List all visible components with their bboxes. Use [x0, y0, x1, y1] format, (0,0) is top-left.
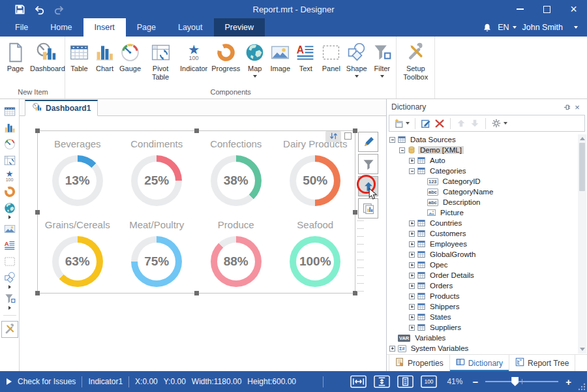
tree-node-categoryname[interactable]: abcCategoryName — [387, 187, 587, 197]
undo-icon[interactable] — [34, 4, 45, 15]
panel-close-icon[interactable]: × — [572, 102, 582, 112]
resize-handle[interactable] — [353, 210, 357, 215]
resize-handle[interactable] — [35, 291, 40, 295]
scroll-thumb[interactable] — [579, 143, 585, 191]
tool-gauge-button[interactable] — [3, 138, 16, 151]
fit-page-height-icon[interactable] — [374, 375, 390, 388]
expand-toggle[interactable] — [409, 158, 415, 164]
mini-filter-solid-button[interactable] — [358, 154, 378, 174]
sort-control[interactable] — [325, 131, 341, 142]
ribbon-item-progress[interactable]: Progress — [209, 38, 242, 73]
ribbon-item-map[interactable]: Map — [242, 38, 267, 78]
indicator-condiments[interactable]: Condiments25% — [117, 131, 197, 212]
menu-tab-insert[interactable]: Insert — [83, 18, 126, 37]
user-menu[interactable]: John Smith — [522, 23, 578, 32]
ribbon-item-setup-toolbox[interactable]: Setup Toolbox — [398, 38, 433, 81]
resize-grip-icon[interactable] — [578, 383, 586, 391]
collapse-toggle[interactable] — [389, 137, 395, 143]
tree-scrollbar[interactable] — [578, 134, 586, 354]
fit-page-width-icon[interactable] — [350, 375, 367, 388]
menu-tab-preview[interactable]: Preview — [214, 18, 265, 37]
slider-thumb[interactable] — [511, 377, 519, 386]
indicator-produce[interactable]: Produce88% — [196, 212, 276, 293]
tool-text-button[interactable]: A — [3, 239, 16, 252]
expand-toggle[interactable] — [389, 346, 395, 352]
run-check-icon[interactable] — [7, 378, 12, 385]
ribbon-item-image[interactable]: Image — [267, 38, 293, 73]
close-button[interactable]: × — [560, 0, 587, 18]
tree-node-shippers[interactable]: Shippers — [387, 301, 587, 312]
indicator-confections[interactable]: Confections38% — [196, 131, 276, 212]
tool-pivot-table-button[interactable] — [3, 154, 16, 167]
ribbon-item-pivot-table[interactable]: Pivot Table — [143, 38, 178, 81]
tab-properties[interactable]: Properties — [389, 355, 450, 371]
zoom-in-button[interactable]: + — [565, 376, 571, 387]
tree-node-suppliers[interactable]: Suppliers — [387, 322, 587, 333]
ribbon-item-dashboard[interactable]: Dashboard — [28, 38, 63, 73]
tool-progress-button[interactable] — [3, 185, 16, 198]
tree-node-data-sources[interactable]: Data Sources — [387, 134, 587, 145]
ribbon-item-indicator[interactable]: ★100Indicator — [178, 38, 209, 73]
indicator-grains-cereals[interactable]: Grains/Cereals63% — [38, 212, 117, 293]
pin-icon[interactable] — [562, 104, 572, 111]
tree-node-globalgrowth[interactable]: GlobalGrowth — [387, 249, 587, 260]
tool-indicator-button[interactable]: ★100 — [6, 170, 14, 182]
zoom-out-button[interactable]: − — [472, 376, 478, 387]
tab-dictionary[interactable]: Dictionary — [450, 355, 509, 371]
tab-dashboard1[interactable]: Dashboard1 — [25, 100, 98, 116]
tree-node-products[interactable]: Products — [387, 291, 587, 301]
dashboard-page[interactable]: Beverages13%Condiments25%Confections38%D… — [37, 130, 355, 294]
tool-chart-button[interactable] — [3, 121, 16, 134]
tool-filter-button[interactable] — [3, 292, 16, 310]
resize-handle[interactable] — [35, 210, 40, 215]
tab-report-tree[interactable]: Report Tree — [509, 355, 575, 371]
expand-toggle[interactable] — [409, 325, 415, 331]
indicator-meat-poultry[interactable]: Meat/Poultry75% — [117, 212, 197, 293]
tool-panel-button[interactable] — [3, 255, 16, 268]
tree-node-opec[interactable]: Opec — [387, 260, 587, 270]
ribbon-item-table[interactable]: Table — [67, 38, 92, 73]
tool-setup-toolbox-button[interactable] — [1, 321, 18, 338]
mini-edit-pencil-button[interactable] — [358, 132, 378, 152]
expand-toggle[interactable] — [409, 262, 415, 268]
ribbon-item-filter[interactable]: Filter — [369, 38, 395, 78]
language-selector[interactable]: EN — [498, 23, 516, 32]
tree-node-demo-xml[interactable]: Demo [XML] — [387, 145, 587, 155]
indicator-dairy-products[interactable]: Dairy Products50% — [276, 131, 355, 212]
expand-toggle[interactable] — [409, 304, 415, 310]
ribbon-item-chart[interactable]: Chart — [92, 38, 117, 73]
redo-icon[interactable] — [53, 4, 65, 15]
ribbon-item-gauge[interactable]: Gauge — [117, 38, 143, 73]
tool-shape-button[interactable] — [3, 271, 16, 289]
tree-node-states[interactable]: States — [387, 312, 587, 322]
menu-tab-page[interactable]: Page — [126, 18, 167, 37]
indicator-beverages[interactable]: Beverages13% — [38, 131, 117, 212]
tree-node-employees[interactable]: Employees — [387, 239, 587, 249]
design-surface[interactable]: Beverages13%Condiments25%Confections38%D… — [20, 116, 386, 371]
zoom-100-icon[interactable]: 100 — [421, 375, 437, 388]
edit-button[interactable] — [421, 118, 431, 128]
tree-node-auto[interactable]: Auto — [387, 155, 587, 166]
menu-tab-layout[interactable]: Layout — [167, 18, 214, 37]
tree-node-orders[interactable]: Orders — [387, 280, 587, 291]
component-checkbox[interactable] — [344, 132, 352, 140]
tree-node-countries[interactable]: Countries — [387, 218, 587, 228]
tree-node-picture[interactable]: Picture — [387, 207, 587, 218]
mini-report-stack-button[interactable] — [358, 198, 378, 219]
tool-table-button[interactable] — [3, 105, 16, 118]
zoom-slider[interactable] — [485, 376, 558, 387]
menu-tab-home[interactable]: Home — [39, 18, 83, 37]
collapse-toggle[interactable] — [409, 168, 415, 174]
tool-map-button[interactable] — [3, 202, 16, 219]
minimize-button[interactable] — [507, 0, 534, 18]
ribbon-item-panel[interactable]: Panel — [318, 38, 344, 73]
expand-toggle[interactable] — [409, 220, 415, 226]
expand-toggle[interactable] — [409, 241, 415, 247]
tree-node-categoryid[interactable]: 123CategoryID — [387, 176, 587, 187]
check-issues-button[interactable]: Check for Issues — [18, 377, 76, 386]
tree-node-customers[interactable]: Customers — [387, 228, 587, 239]
resize-handle[interactable] — [194, 291, 199, 295]
collapse-toggle[interactable] — [399, 147, 405, 153]
maximize-button[interactable] — [534, 0, 560, 18]
resize-handle[interactable] — [35, 128, 40, 133]
